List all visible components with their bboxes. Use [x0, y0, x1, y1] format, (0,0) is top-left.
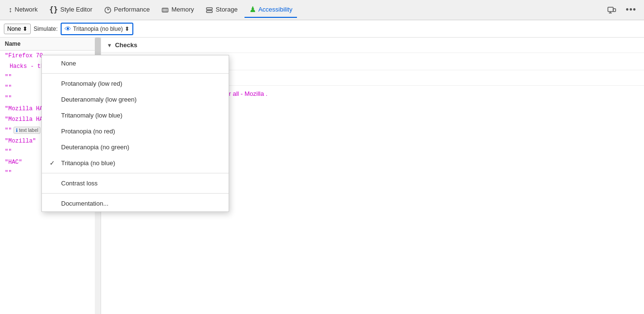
dropdown-divider [42, 73, 229, 74]
dropdown-divider-2 [42, 173, 229, 173]
simulate-chevron-icon: ⬍ [125, 26, 129, 32]
more-tools-button[interactable]: ••• [622, 2, 640, 17]
tab-network[interactable]: ↕ Network [4, 2, 42, 17]
left-panel-header: Name [0, 38, 101, 51]
dropdown-option-deuteranopia[interactable]: Deuteranopia (no green) [42, 139, 229, 155]
none-select[interactable]: None ⬍ [4, 24, 31, 34]
tab-storage-label: Storage [216, 6, 238, 13]
tab-style-editor[interactable]: {} Style Editor [44, 2, 97, 18]
svg-rect-6 [206, 11, 212, 13]
toolbar-right: ••• [604, 2, 640, 17]
svg-rect-5 [206, 8, 212, 10]
dropdown-option-contrast[interactable]: Contrast loss [42, 175, 229, 191]
style-editor-icon: {} [49, 5, 58, 14]
dropdown-option-protanomaly[interactable]: Protanomaly (low red) [42, 76, 229, 92]
tab-performance-label: Performance [114, 6, 150, 13]
dropdown-option-tritanomaly[interactable]: Tritanomaly (low blue) [42, 107, 229, 123]
tab-accessibility[interactable]: ♟ Accessibility [245, 2, 297, 18]
simulate-label: Simulate: [34, 26, 58, 32]
checks-label: Checks [115, 41, 137, 49]
dropdown-option-documentation[interactable]: Documentation... [42, 196, 229, 211]
devtools-toolbar: ↕ Network {} Style Editor Performance Me… [0, 0, 644, 20]
svg-rect-8 [613, 9, 616, 12]
simulate-select[interactable]: 👁 Tritanopia (no blue) ⬍ [61, 23, 134, 35]
svg-rect-7 [608, 7, 613, 12]
none-chevron-icon: ⬍ [23, 26, 27, 32]
text-label-badge: ℹ text label [13, 127, 40, 134]
dropdown-option-none[interactable]: None [42, 55, 229, 71]
tab-network-label: Network [15, 6, 38, 13]
simulate-dropdown: None Protanomaly (low red) Deuteranomaly… [41, 55, 229, 212]
network-icon: ↕ [9, 5, 13, 13]
storage-icon [206, 5, 213, 13]
tab-style-editor-label: Style Editor [60, 6, 92, 13]
tab-storage[interactable]: Storage [201, 2, 243, 17]
name-column-header: Name [5, 40, 21, 47]
dropdown-divider-3 [42, 193, 229, 194]
dropdown-option-deuteranomaly[interactable]: Deuteranomaly (low green) [42, 92, 229, 107]
accessibility-icon: ♟ [249, 5, 256, 14]
performance-icon [104, 5, 112, 13]
main-content: Name "Firefox 70 — Hacks - the We "" "" … [0, 38, 644, 314]
checks-chevron-icon: ▼ [107, 42, 112, 48]
eye-icon: 👁 [64, 25, 71, 33]
dropdown-option-protanopia[interactable]: Protanopia (no red) [42, 123, 229, 139]
responsive-design-button[interactable] [604, 3, 620, 17]
memory-icon [161, 5, 169, 13]
none-label: None [7, 26, 21, 32]
tab-accessibility-label: Accessibility [258, 6, 293, 13]
tab-memory[interactable]: Memory [156, 2, 199, 17]
simulate-selected-option: Tritanopia (no blue) [73, 26, 123, 32]
dropdown-option-tritanopia[interactable]: Tritanopia (no blue) [42, 155, 229, 171]
tab-memory-label: Memory [171, 6, 194, 13]
checks-section-header: ▼ Checks [101, 38, 644, 53]
simulate-bar: None ⬍ Simulate: 👁 Tritanopia (no blue) … [0, 20, 644, 38]
tab-performance[interactable]: Performance [99, 2, 155, 17]
